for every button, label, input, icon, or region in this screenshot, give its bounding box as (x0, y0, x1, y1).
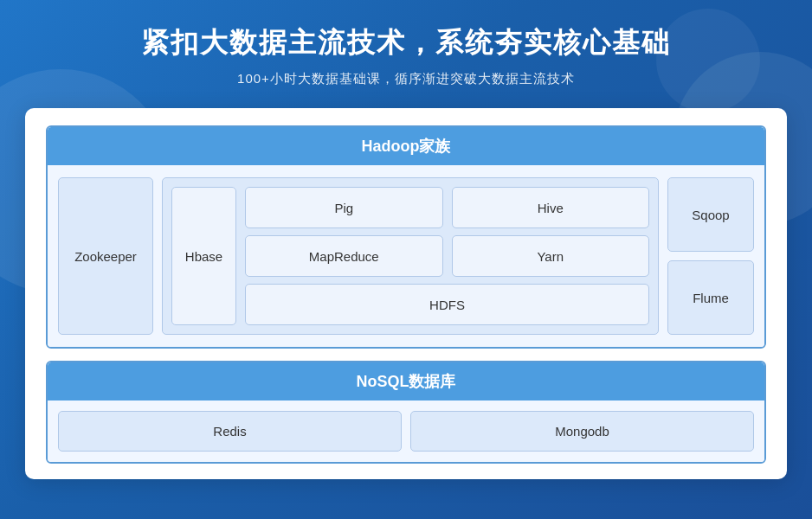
yarn-box: Yarn (452, 235, 650, 277)
flume-box: Flume (667, 260, 754, 335)
zookeeper-label: Zookeeper (74, 249, 137, 264)
middle-group: Hbase Pig Hive (162, 177, 659, 335)
yarn-label: Yarn (537, 249, 564, 264)
bottom-row: HDFS (245, 284, 649, 325)
hadoop-section: Hadoop家族 Zookeeper Hbase (46, 125, 766, 349)
hbase-label: Hbase (185, 249, 222, 264)
sqoop-box: Sqoop (667, 177, 754, 252)
mongodb-label: Mongodb (555, 424, 609, 439)
nosql-body: Redis Mongodb (48, 400, 764, 462)
hdfs-box: HDFS (245, 284, 649, 325)
nosql-header: NoSQL数据库 (48, 362, 764, 400)
hive-box: Hive (452, 187, 650, 228)
flume-label: Flume (693, 291, 729, 305)
mid-row: MapReduce Yarn (245, 235, 649, 277)
mapreduce-box: MapReduce (245, 235, 443, 277)
hbase-box: Hbase (171, 187, 236, 325)
sub-title: 100+小时大数据基础课，循序渐进突破大数据主流技术 (237, 71, 575, 87)
nosql-section: NoSQL数据库 Redis Mongodb (46, 361, 766, 464)
diagram-container: Hadoop家族 Zookeeper Hbase (25, 108, 787, 479)
hdfs-label: HDFS (429, 298, 465, 312)
right-group: Sqoop Flume (667, 177, 754, 335)
zookeeper-box: Zookeeper (58, 177, 153, 335)
mapreduce-label: MapReduce (309, 249, 379, 264)
main-title: 紧扣大数据主流技术，系统夯实核心基础 (141, 24, 671, 62)
pig-box: Pig (245, 187, 443, 228)
top-row: Pig Hive (245, 187, 649, 228)
redis-label: Redis (213, 424, 246, 439)
sqoop-label: Sqoop (692, 208, 729, 222)
pig-label: Pig (334, 201, 353, 215)
mongodb-box: Mongodb (410, 411, 754, 452)
hadoop-body: Zookeeper Hbase Pig (48, 165, 764, 347)
hive-label: Hive (538, 201, 564, 215)
redis-box: Redis (58, 411, 402, 452)
inner-grid: Pig Hive MapReduce Yarn (245, 187, 649, 325)
hadoop-header: Hadoop家族 (48, 127, 764, 165)
